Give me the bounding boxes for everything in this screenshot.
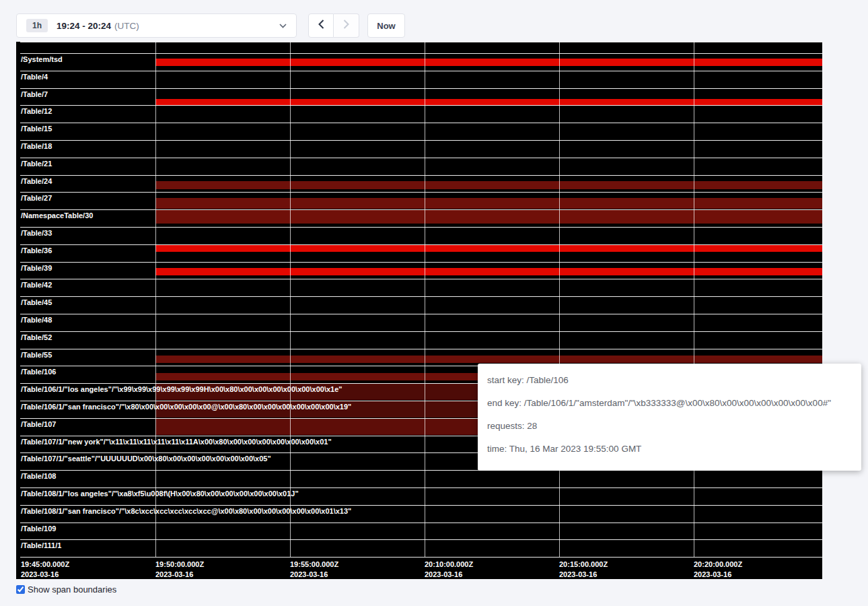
span-key-label: /Table/107/1/"new york"/"\x11\x11\x11\x1… [21, 438, 332, 446]
span-key-label: /Table/108 [21, 472, 56, 480]
time-range-select[interactable]: 1h 19:24 - 20:24 (UTC) [16, 13, 297, 38]
timezone-label: (UTC) [114, 21, 139, 31]
heatmap-row[interactable]: /Table/108/1/"los angeles"/"\xa8\xf5\u00… [16, 487, 822, 505]
heat-band[interactable] [155, 99, 822, 106]
heatmap-row[interactable]: /Table/15 [16, 123, 822, 140]
span-key-label: /Table/39 [21, 264, 52, 272]
span-boundary-line [20, 53, 822, 54]
span-key-label: /Table/18 [21, 142, 52, 150]
x-axis-tick-time: 20:10:00.000Z [425, 560, 473, 570]
span-boundary-line [20, 123, 822, 123]
toolbar: 1h 19:24 - 20:24 (UTC) Now [0, 0, 868, 38]
heatmap-row[interactable]: /System/tsd [16, 53, 822, 71]
span-key-label: /Table/24 [21, 177, 52, 185]
heat-band[interactable] [155, 245, 822, 252]
x-axis-tick: 20:10:00.000Z2023-03-16 [425, 560, 473, 579]
heatmap-row[interactable]: /Table/27 [16, 192, 822, 209]
span-key-label: /NamespaceTable/30 [21, 211, 93, 220]
span-key-label: /Table/106/1/"los angeles"/"\x99\x99\x99… [21, 385, 342, 393]
span-key-label: /Table/45 [21, 298, 52, 306]
heatmap-row[interactable]: /Table/4 [16, 71, 822, 88]
span-tooltip: start key: /Table/106 end key: /Table/10… [478, 364, 861, 471]
heat-band[interactable] [155, 181, 822, 189]
tooltip-end-key: end key: /Table/106/1/"amsterdam"/"\xb33… [487, 397, 852, 410]
x-axis-tick: 19:50:00.000Z2023-03-16 [155, 560, 204, 579]
x-axis-tick-time: 19:45:00.000Z [21, 560, 69, 570]
x-axis-tick: 20:15:00.000Z2023-03-16 [559, 560, 608, 579]
heat-band[interactable] [155, 198, 822, 209]
span-boundary-line [20, 175, 822, 176]
span-boundary-line [20, 279, 822, 279]
heatmap-row[interactable]: /Table/48 [16, 314, 822, 331]
x-axis-tick-date: 2023-03-16 [290, 570, 338, 579]
x-axis-tick-date: 2023-03-16 [694, 570, 742, 579]
heatmap-row[interactable]: /NamespaceTable/30 [16, 209, 822, 227]
span-boundary-line [20, 140, 822, 141]
span-key-label: /Table/106 [21, 368, 56, 376]
heatmap-row[interactable]: /Table/108/1/"san francisco"/"\x8c\xcc\x… [16, 505, 822, 523]
span-boundary-line [20, 192, 822, 193]
time-range-label: 19:24 - 20:24 [57, 21, 111, 31]
span-key-label: /Table/12 [21, 107, 52, 115]
x-axis-tick-time: 20:15:00.000Z [559, 560, 608, 570]
heatmap-row[interactable]: /Table/24 [16, 175, 822, 193]
heatmap-row[interactable]: /Table/42 [16, 279, 822, 296]
span-boundary-line [20, 314, 822, 314]
heatmap-row[interactable]: /Table/7 [16, 88, 822, 106]
heatmap-row[interactable]: /Table/18 [16, 140, 822, 158]
heat-band[interactable] [155, 356, 822, 363]
span-boundary-line [20, 244, 822, 245]
time-gridline [694, 42, 694, 557]
heatmap-row[interactable]: /Table/33 [16, 227, 822, 244]
span-key-label: /System/tsd [21, 55, 63, 63]
x-axis-tick-time: 19:55:00.000Z [290, 560, 338, 570]
prev-time-button[interactable] [308, 13, 334, 38]
x-axis-tick-date: 2023-03-16 [559, 570, 608, 579]
heat-band[interactable] [155, 59, 822, 66]
span-key-label: /Table/107/1/"seattle"/"UUUUUUD\x00\x80\… [21, 454, 271, 463]
span-boundary-line [20, 262, 822, 263]
heatmap-row[interactable]: /Table/111/1 [16, 539, 822, 557]
span-key-label: /Table/108/1/"los angeles"/"\xa8\xf5\u00… [21, 490, 299, 498]
heatmap-row[interactable]: /Table/45 [16, 296, 822, 314]
duration-badge: 1h [26, 19, 48, 32]
span-key-label: /Table/52 [21, 333, 52, 341]
span-boundary-line [20, 105, 822, 106]
heatmap-row[interactable]: /Table/52 [16, 331, 822, 349]
span-boundary-line [20, 158, 822, 158]
span-boundary-line [20, 227, 822, 228]
heatmap-row[interactable]: /Table/21 [16, 158, 822, 175]
heatmap-row[interactable]: /Table/109 [16, 523, 822, 540]
span-boundary-line [20, 331, 822, 332]
span-key-label: /Table/111/1 [21, 541, 61, 549]
span-boundary-line [20, 88, 822, 89]
show-span-boundaries-checkbox[interactable] [16, 585, 25, 594]
heatmap-row[interactable]: /Table/12 [16, 105, 822, 123]
span-key-label: /Table/15 [21, 125, 52, 133]
key-visualizer-page: 1h 19:24 - 20:24 (UTC) Now /System/ [0, 0, 868, 606]
show-span-boundaries-control[interactable]: Show span boundaries [16, 584, 852, 595]
span-key-label: /Table/7 [21, 90, 48, 98]
heat-band[interactable] [155, 210, 822, 224]
heatmap-row[interactable]: /Table/108 [16, 470, 822, 487]
x-axis-tick: 19:45:00.000Z2023-03-16 [21, 560, 69, 579]
span-boundary-line [20, 505, 822, 506]
tooltip-time: time: Thu, 16 Mar 2023 19:55:00 GMT [487, 442, 852, 456]
heatmap-row[interactable]: /Table/39 [16, 262, 822, 279]
span-boundary-line [20, 539, 822, 540]
heatmap[interactable]: /System/tsd/Table/4/Table/7/Table/12/Tab… [16, 42, 822, 579]
span-boundary-line [20, 557, 822, 558]
chevron-right-icon [343, 20, 349, 32]
show-span-boundaries-label: Show span boundaries [28, 584, 116, 595]
span-key-label: /Table/27 [21, 194, 52, 202]
next-time-button[interactable] [334, 13, 359, 38]
span-boundary-line [20, 209, 822, 210]
heatmap-row[interactable]: /Table/36 [16, 244, 822, 262]
heat-band[interactable] [155, 268, 822, 275]
now-button[interactable]: Now [367, 13, 405, 38]
time-gridline [155, 42, 156, 557]
span-key-label: /Table/33 [21, 229, 52, 237]
chevron-down-icon [279, 24, 287, 28]
span-key-label: /Table/108/1/"san francisco"/"\x8c\xcc\x… [21, 507, 351, 515]
span-key-label: /Table/48 [21, 316, 52, 324]
